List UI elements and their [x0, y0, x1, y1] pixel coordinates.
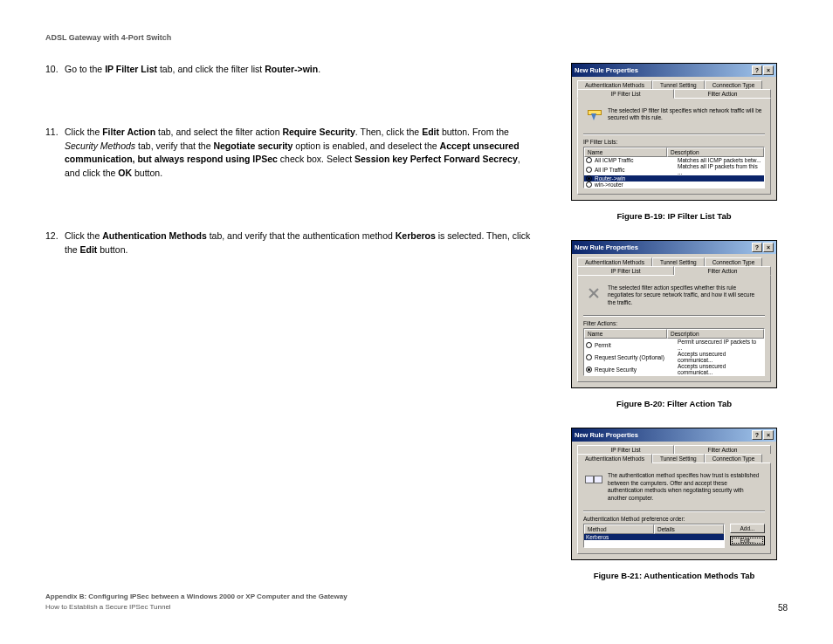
tab-filter-action[interactable]: Filter Action: [674, 445, 771, 454]
edit-button[interactable]: Edit...: [730, 536, 765, 545]
tab-filter-action[interactable]: Filter Action: [674, 266, 771, 276]
tab-filter-action[interactable]: Filter Action: [674, 89, 771, 98]
tab-connection-type[interactable]: Connection Type: [705, 454, 763, 462]
dialog-filter-action: New Rule Properties ? × Authentication M…: [571, 240, 777, 388]
dialog-title: New Rule Properties: [575, 66, 751, 74]
close-button[interactable]: ×: [763, 243, 774, 252]
list-label: Authentication Method preference order:: [583, 516, 765, 522]
tab-ip-filter-list[interactable]: IP Filter List: [577, 266, 674, 275]
list-item[interactable]: Kerberos: [584, 534, 724, 540]
list-item[interactable]: Require SecurityAccepts unsecured commun…: [584, 363, 764, 375]
auth-icon: [585, 472, 602, 490]
tab-tunnel-setting[interactable]: Tunnel Setting: [652, 257, 705, 266]
action-icon: [585, 284, 602, 302]
close-button[interactable]: ×: [763, 430, 774, 440]
description-text: The authentication method specifies how …: [608, 472, 763, 502]
dialog-ip-filter-list: New Rule Properties ? × Authentication M…: [571, 63, 777, 201]
figure-caption-20: Figure B-20: Filter Action Tab: [616, 399, 732, 408]
list-item[interactable]: Request Security (Optional)Accepts unsec…: [584, 351, 764, 363]
step-number: 11.: [45, 126, 65, 181]
titlebar: New Rule Properties ? ×: [572, 64, 776, 77]
tab-connection-type[interactable]: Connection Type: [705, 80, 763, 89]
step-10: 10. Go to the IP Filter List tab, and cl…: [45, 63, 534, 77]
tab-authentication-methods[interactable]: Authentication Methods: [577, 257, 652, 266]
list-item[interactable]: win->router: [584, 182, 764, 188]
step-number: 10.: [45, 63, 65, 77]
help-button[interactable]: ?: [752, 243, 762, 252]
step-text: Click the Authentication Methods tab, an…: [65, 230, 534, 257]
add-button[interactable]: Add...: [730, 524, 765, 533]
product-header: ADSL Gateway with 4-Port Switch: [45, 33, 788, 42]
tab-ip-filter-list[interactable]: IP Filter List: [577, 445, 674, 454]
step-number: 12.: [45, 230, 65, 257]
tab-connection-type[interactable]: Connection Type: [705, 257, 763, 266]
list-item[interactable]: PermitPermit unsecured IP packets to ...: [584, 339, 764, 351]
footer-appendix: Appendix B: Configuring IPSec between a …: [45, 592, 348, 602]
step-12: 12. Click the Authentication Methods tab…: [45, 230, 534, 257]
step-text: Click the Filter Action tab, and select …: [65, 126, 534, 181]
description-text: The selected filter action specifies whe…: [608, 284, 763, 306]
tab-ip-filter-list[interactable]: IP Filter List: [577, 89, 674, 99]
figure-caption-21: Figure B-21: Authentication Methods Tab: [594, 571, 755, 580]
page-footer: Appendix B: Configuring IPSec between a …: [45, 592, 788, 613]
step-text: Go to the IP Filter List tab, and click …: [65, 63, 534, 77]
tab-tunnel-setting[interactable]: Tunnel Setting: [652, 80, 705, 89]
column-description[interactable]: Description: [667, 329, 764, 339]
column-description[interactable]: Description: [667, 147, 764, 157]
column-details[interactable]: Details: [654, 524, 724, 534]
close-button[interactable]: ×: [763, 65, 774, 75]
list-item[interactable]: Router->win: [584, 175, 764, 182]
help-button[interactable]: ?: [752, 430, 762, 440]
filter-actions-list[interactable]: Name Description PermitPermit unsecured …: [583, 328, 765, 376]
filter-icon: [585, 107, 602, 125]
dialog-title: New Rule Properties: [575, 431, 751, 439]
titlebar: New Rule Properties ? ×: [572, 428, 776, 442]
column-method[interactable]: Method: [584, 524, 654, 534]
list-item[interactable]: All IP TrafficMatches all IP packets fro…: [584, 163, 764, 175]
figure-caption-19: Figure B-19: IP Filter List Tab: [616, 211, 731, 221]
dialog-authentication-methods: New Rule Properties ? × IP Filter List F…: [571, 428, 777, 560]
column-name[interactable]: Name: [584, 147, 667, 157]
tab-authentication-methods[interactable]: Authentication Methods: [577, 454, 652, 463]
list-label: Filter Actions:: [583, 320, 765, 326]
auth-methods-list[interactable]: Method Details Kerberos: [583, 524, 725, 548]
list-item[interactable]: All ICMP TrafficMatches all ICMP packets…: [584, 157, 764, 163]
column-name[interactable]: Name: [584, 329, 667, 339]
tab-tunnel-setting[interactable]: Tunnel Setting: [652, 454, 705, 462]
dialog-title: New Rule Properties: [575, 243, 751, 251]
list-label: IP Filter Lists:: [583, 139, 765, 145]
description-text: The selected IP filter list specifies wh…: [608, 107, 763, 122]
tab-authentication-methods[interactable]: Authentication Methods: [577, 80, 652, 89]
step-11: 11. Click the Filter Action tab, and sel…: [45, 126, 534, 181]
ip-filter-lists[interactable]: Name Description All ICMP TrafficMatches…: [583, 147, 765, 188]
help-button[interactable]: ?: [752, 65, 762, 75]
titlebar: New Rule Properties ? ×: [572, 241, 776, 254]
page-number: 58: [778, 603, 788, 613]
footer-subtitle: How to Establish a Secure IPSec Tunnel: [45, 602, 348, 613]
